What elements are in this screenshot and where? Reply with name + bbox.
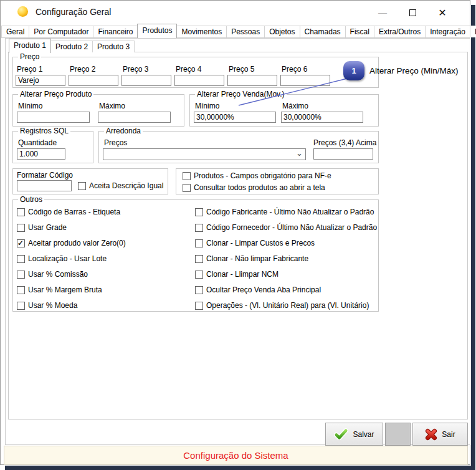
group-outros-title: Outros — [18, 195, 44, 204]
checkbox-label: Ocultar Preço Venda Aba Principal — [206, 285, 321, 294]
input-maximo-produto[interactable] — [98, 112, 171, 123]
label-preco-4: Preço 4 — [176, 65, 201, 74]
label-preco-3: Preço 3 — [123, 65, 148, 74]
checkbox-label: Clonar - Llimpar NCM — [206, 270, 278, 279]
tab-extra-outros[interactable]: Extra/Outros — [374, 26, 426, 37]
subtab-produto-3[interactable]: Produto 3 — [92, 41, 135, 52]
checkbox-operacoes-vl-unitario[interactable]: Operações - (Vl. Unitário Real) para (Vl… — [195, 301, 377, 310]
checkbox-label: Consultar todos produtos ao abrir a tela — [194, 183, 325, 192]
checkbox-usar-margem-bruta[interactable]: Usar % Margem Bruta — [17, 285, 126, 294]
checkbox-ocultar-preco-venda[interactable]: Ocultar Preço Venda Aba Principal — [195, 285, 377, 294]
checkbox-label: Usar % Comissão — [28, 270, 88, 279]
input-formatar-codigo[interactable] — [17, 180, 72, 191]
checkbox-clonar-limpar-ncm[interactable]: Clonar - Llimpar NCM — [195, 270, 377, 279]
tab-fiscal[interactable]: Fiscal — [345, 26, 374, 37]
checkbox-box — [195, 302, 203, 310]
checkbox-box — [195, 286, 203, 294]
label-maximo-produto: Máximo — [99, 102, 125, 110]
page-produtos: Produto 1 Produto 2 Produto 3 Preço Preç… — [5, 38, 470, 445]
dropdown-arredonda-precos[interactable]: ⌄ — [103, 148, 306, 160]
spacer-button[interactable] — [385, 423, 411, 446]
input-preco-6[interactable] — [280, 75, 330, 86]
input-precos-acima[interactable] — [313, 148, 373, 160]
checkbox-produtos-campos-nfe[interactable]: Produtos - Campos obrigatório para NF-e — [183, 171, 331, 180]
status-text: Configuração do Sistema — [183, 450, 288, 461]
group-registros-sql-title: Registros SQL — [18, 127, 70, 135]
input-maximo-venda[interactable] — [281, 112, 363, 123]
group-alterar-preco-venda: Alterar Preço Venda(Mov.) Mínimo Máximo — [189, 94, 379, 127]
page-produto-1: Preço Preço 1 Preço 2 Preço 3 Preço 4 Pr… — [8, 52, 468, 420]
label-minimo-venda: Mínimo — [195, 102, 219, 110]
chevron-down-icon: ⌄ — [296, 148, 303, 158]
input-preco-2[interactable] — [69, 75, 118, 86]
checkbox-codigo-fornecedor-ultimo[interactable]: Código Fornecedor - Último Não Atualizar… — [195, 223, 377, 232]
checkbox-label: Clonar - Não limpar Fabricante — [206, 254, 308, 263]
checkbox-aceitar-produto-valor-zero[interactable]: Aceitar produdo valor Zero(0) — [17, 239, 126, 247]
checkbox-label: Usar Grade — [28, 223, 67, 232]
subtab-produto-1[interactable]: Produto 1 — [9, 39, 51, 53]
input-preco-1[interactable] — [16, 75, 65, 86]
checkbox-label: Produtos - Campos obrigatório para NF-e — [194, 171, 331, 180]
exit-button[interactable]: Sair — [412, 423, 468, 446]
label-quantidade: Quantidade — [18, 138, 57, 147]
input-preco-5[interactable] — [227, 75, 277, 86]
checkbox-consultar-todos-produtos[interactable]: Consultar todos produtos ao abrir a tela — [183, 183, 325, 192]
tab-integracao[interactable]: Integração — [425, 26, 470, 37]
save-button[interactable]: Salvar — [325, 423, 383, 446]
checkbox-clonar-limpar-custos-precos[interactable]: Clonar - Limpar Custos e Precos — [195, 239, 377, 247]
tab-licencas[interactable]: Licenças — [470, 26, 476, 37]
label-preco-5: Preço 5 — [229, 65, 254, 74]
tab-movimentos[interactable]: Movimentos — [176, 26, 227, 37]
checkbox-usar-moeda[interactable]: Usar % Moeda — [17, 301, 126, 310]
label-minimo-produto: Mínimo — [18, 102, 42, 110]
close-icon[interactable]: ✕ — [432, 6, 453, 19]
group-alterar-preco-produto: Alterar Preço Produto Mínimo Máximo — [12, 94, 184, 127]
app-icon — [17, 6, 28, 17]
input-minimo-produto[interactable] — [17, 112, 90, 123]
checkbox-label: Aceita Descrição Igual — [89, 181, 163, 190]
checkbox-usar-comissao[interactable]: Usar % Comissão — [17, 270, 126, 279]
checkbox-box — [195, 271, 203, 279]
checkbox-box — [17, 286, 25, 294]
checkbox-codigo-barras-etiqueta[interactable]: Código de Barras - Etiqueta — [17, 208, 126, 216]
tab-chamadas[interactable]: Chamadas — [300, 26, 346, 37]
tab-objetos[interactable]: Objetos — [264, 26, 300, 37]
checkbox-box — [17, 239, 25, 247]
tab-financeiro[interactable]: Financeiro — [93, 26, 138, 37]
checkbox-codigo-fabricante-ultimo[interactable]: Código Fabricante - Último Não Atualizar… — [195, 208, 377, 216]
input-preco-4[interactable] — [174, 75, 224, 86]
checkbox-box — [195, 224, 203, 232]
checkbox-box — [183, 172, 191, 180]
save-button-label: Salvar — [353, 430, 374, 439]
label-preco-2: Preço 2 — [70, 65, 95, 74]
callout-badge: 1 — [343, 61, 364, 80]
input-minimo-venda[interactable] — [194, 112, 276, 123]
checkbox-localizacao-usar-lote[interactable]: Localização - Usar Lote — [17, 254, 126, 263]
checkbox-aceita-descricao-igual[interactable]: Aceita Descrição Igual — [78, 181, 163, 190]
checkbox-box — [17, 302, 25, 310]
group-arredonda-title: Arredonda — [104, 127, 143, 135]
input-preco-3[interactable] — [121, 75, 171, 86]
checkbox-usar-grade[interactable]: Usar Grade — [17, 223, 126, 232]
check-icon — [334, 428, 348, 440]
group-registros-sql: Registros SQL Quantidade — [12, 131, 93, 163]
tab-produtos[interactable]: Produtos — [137, 24, 177, 38]
checkbox-label: Operações - (Vl. Unitário Real) para (Vl… — [206, 301, 369, 310]
checkbox-label: Clonar - Limpar Custos e Precos — [206, 239, 315, 247]
maximize-icon[interactable] — [402, 6, 423, 19]
checkbox-box — [17, 224, 25, 232]
minimize-icon[interactable]: — — [372, 6, 393, 19]
checkbox-label: Aceitar produdo valor Zero(0) — [28, 239, 126, 247]
tab-geral[interactable]: Geral — [1, 26, 29, 37]
checkbox-clonar-nao-limpar-fabricante[interactable]: Clonar - Não limpar Fabricante — [195, 254, 377, 263]
input-quantidade[interactable] — [17, 148, 65, 160]
group-arredonda: Arredonda Preços ⌄ Preços (3,4) Acima — [98, 131, 379, 163]
window-title: Configuração Geral — [36, 7, 111, 17]
tab-pessoas[interactable]: Pessoas — [226, 26, 265, 37]
checkbox-box — [17, 208, 25, 216]
title-bar: Configuração Geral — ✕ — [1, 1, 470, 23]
subtab-produto-2[interactable]: Produto 2 — [50, 41, 93, 52]
tab-por-computador[interactable]: Por Computador — [29, 26, 93, 37]
outros-left-column: Código de Barras - Etiqueta Usar Grade A… — [17, 208, 126, 310]
label-arredonda-precos: Preços — [104, 138, 127, 147]
